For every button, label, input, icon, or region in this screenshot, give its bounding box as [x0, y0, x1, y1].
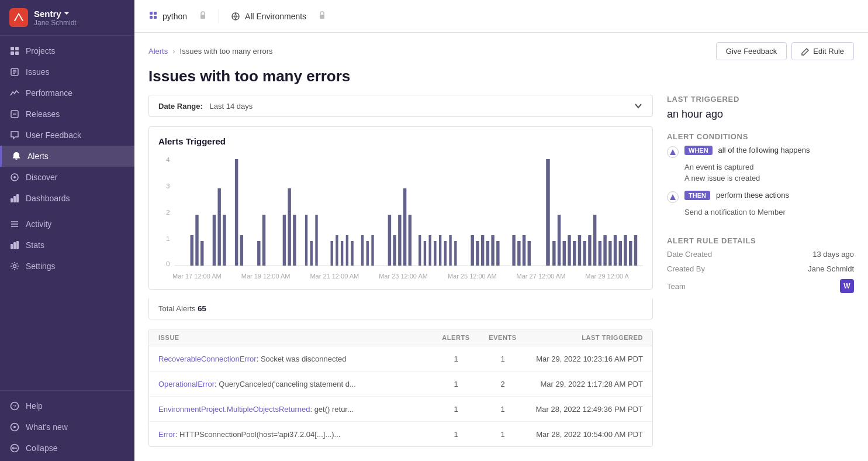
- chart-area: 4 3 2 1 0: [158, 153, 643, 270]
- svg-rect-29: [154, 12, 157, 15]
- issue-link[interactable]: RecoverableConnectionError: [158, 355, 257, 363]
- when-condition-icon: [667, 146, 679, 158]
- page-title: Issues with too many errors: [134, 65, 868, 95]
- svg-rect-90: [552, 241, 555, 266]
- col-alerts: ALERTS: [433, 334, 479, 341]
- svg-rect-81: [481, 235, 484, 266]
- sidebar-item-performance[interactable]: Performance: [0, 82, 134, 104]
- rule-details-title: Alert Rule Details: [667, 236, 854, 245]
- issue-text: : get() retur...: [310, 405, 353, 414]
- breadcrumb-alerts-link[interactable]: Alerts: [148, 47, 168, 56]
- edit-rule-button[interactable]: Edit Rule: [791, 42, 854, 60]
- created-by-row: Created By Jane Schmidt: [667, 264, 854, 273]
- svg-rect-1: [15, 47, 19, 50]
- sidebar-item-settings[interactable]: Settings: [0, 256, 134, 277]
- project-selector[interactable]: python: [148, 11, 187, 22]
- projects-icon: [9, 46, 20, 56]
- svg-rect-28: [150, 12, 153, 15]
- col-events: EVENTS: [479, 334, 526, 341]
- svg-rect-89: [546, 159, 550, 266]
- svg-rect-92: [563, 241, 566, 266]
- svg-rect-103: [619, 241, 622, 266]
- sidebar-item-user-feedback[interactable]: User Feedback: [0, 125, 134, 146]
- svg-marker-108: [670, 194, 676, 200]
- date-range-label-value: Date Range: Last 14 days: [158, 102, 253, 111]
- sidebar-item-collapse[interactable]: Collapse: [0, 438, 134, 459]
- sidebar-item-label: Stats: [26, 240, 44, 250]
- svg-rect-87: [523, 235, 525, 266]
- sidebar-item-label: Issues: [26, 67, 49, 77]
- svg-rect-86: [517, 241, 520, 266]
- svg-rect-98: [593, 215, 596, 266]
- issue-link[interactable]: EnvironmentProject.MultipleObjectsReturn…: [158, 405, 310, 414]
- sidebar-header: Sentry Jane Schmidt: [0, 0, 134, 36]
- when-text: all of the following happens: [718, 146, 810, 154]
- sidebar-item-alerts[interactable]: Alerts: [0, 146, 134, 167]
- svg-rect-100: [603, 235, 606, 266]
- svg-text:?: ?: [13, 404, 16, 410]
- svg-rect-55: [305, 215, 307, 266]
- sidebar-item-label: Collapse: [26, 443, 57, 453]
- sidebar-item-activity[interactable]: Activity: [0, 214, 134, 235]
- svg-rect-94: [573, 241, 576, 266]
- rule-details: Date Created 13 days ago Created By Jane…: [667, 250, 854, 293]
- condition-item-1: A new issue is created: [684, 173, 854, 184]
- svg-text:1: 1: [166, 235, 170, 242]
- give-feedback-button[interactable]: Give Feedback: [716, 42, 787, 60]
- sidebar-item-releases[interactable]: Releases: [0, 104, 134, 125]
- created-by-value: Jane Schmidt: [808, 264, 854, 273]
- svg-rect-79: [471, 235, 473, 266]
- issue-text: : HTTPSconnectionPool(host='api37.2.04[.…: [175, 430, 341, 439]
- last-triggered-cell: Mar 28, 2022 12:49:36 PM PDT: [526, 405, 643, 414]
- svg-rect-13: [13, 196, 16, 202]
- svg-rect-77: [449, 235, 451, 266]
- svg-rect-97: [588, 235, 591, 266]
- issue-text: : QueryCanceled('canceling statement d..…: [215, 380, 356, 388]
- last-triggered-value: an hour ago: [667, 108, 854, 121]
- table-row: RecoverableConnectionError: Socket was d…: [149, 346, 652, 371]
- date-created-label: Date Created: [667, 250, 712, 259]
- svg-rect-85: [512, 235, 515, 266]
- issue-cell: Error: HTTPSconnectionPool(host='api37.2…: [158, 429, 433, 439]
- sidebar-item-help[interactable]: ? Help: [0, 395, 134, 417]
- breadcrumb: Alerts › Issues with too many errors: [148, 47, 273, 56]
- condition-item-0: An event is captured: [684, 161, 854, 173]
- svg-rect-32: [200, 15, 205, 19]
- svg-rect-59: [336, 235, 338, 266]
- svg-rect-73: [428, 235, 431, 266]
- issue-link[interactable]: OperationalError: [158, 380, 215, 388]
- svg-rect-75: [439, 235, 441, 266]
- svg-rect-93: [568, 235, 570, 266]
- svg-rect-3: [15, 51, 19, 55]
- sidebar-item-label: Activity: [26, 219, 51, 229]
- sidebar-item-dashboards[interactable]: Dashboards: [0, 188, 134, 209]
- discover-icon: [9, 172, 20, 183]
- sidebar-item-issues[interactable]: Issues: [0, 61, 134, 82]
- svg-rect-42: [191, 235, 193, 266]
- sidebar-item-label: Performance: [26, 88, 72, 98]
- svg-point-25: [13, 426, 16, 428]
- svg-rect-99: [599, 241, 601, 266]
- sidebar-item-projects[interactable]: Projects: [0, 40, 134, 61]
- sidebar-item-discover[interactable]: Discover: [0, 167, 134, 188]
- sidebar-item-stats[interactable]: Stats: [0, 235, 134, 256]
- svg-rect-68: [398, 215, 401, 266]
- sidebar: Sentry Jane Schmidt Projects Issues Per: [0, 0, 134, 461]
- alerts-cell: 1: [433, 380, 479, 388]
- last-triggered-cell: Mar 28, 2022 10:54:00 AM PDT: [526, 430, 643, 439]
- page-header-bar: Alerts › Issues with too many errors Giv…: [134, 33, 868, 65]
- date-range-bar[interactable]: Date Range: Last 14 days: [148, 95, 653, 117]
- svg-rect-80: [476, 241, 479, 266]
- when-condition-row: WHEN all of the following happens: [667, 146, 854, 158]
- team-row: Team W: [667, 279, 854, 293]
- edit-icon: [801, 47, 810, 56]
- alerts-chart: 4 3 2 1 0: [158, 153, 643, 270]
- sidebar-item-whats-new[interactable]: What's new: [0, 417, 134, 438]
- sidebar-nav: Projects Issues Performance Releases: [0, 36, 134, 390]
- environment-selector[interactable]: All Environments: [231, 12, 306, 21]
- svg-rect-46: [217, 188, 220, 266]
- x-label-7: Mar 29 12:00 A: [585, 273, 629, 280]
- header-actions: Give Feedback Edit Rule: [716, 42, 854, 60]
- issue-link[interactable]: Error: [158, 430, 175, 439]
- svg-point-21: [13, 265, 16, 268]
